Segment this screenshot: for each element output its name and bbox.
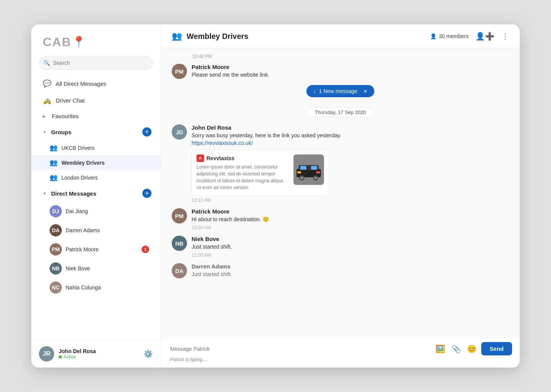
- message-row-2: JD John Del Rosa Sorry was busy yesterda…: [172, 122, 509, 205]
- avatar-msg-2: JD: [172, 124, 187, 140]
- sidebar-item-driver-chat[interactable]: 🚕 Driver Chat: [31, 92, 161, 109]
- dm-item-darren[interactable]: DA Darren Adams: [31, 221, 161, 240]
- image-button[interactable]: 🖼️: [434, 343, 447, 355]
- group-icon: 👥: [50, 144, 58, 152]
- dm-item-nahia[interactable]: NC Nahia Colunga: [31, 278, 161, 297]
- dm-item-patrick[interactable]: PM Patrick Moore 1: [31, 240, 161, 259]
- more-options-button[interactable]: ⋮: [501, 32, 509, 41]
- taxi-thumbnail: [293, 154, 324, 185]
- settings-icon[interactable]: ⚙️: [143, 349, 153, 358]
- footer-username: John Del Rosa: [59, 348, 139, 354]
- preview-description: Lorem ipsum dolor sit amet, consectetur …: [197, 164, 289, 191]
- search-area[interactable]: 🔍: [31, 56, 161, 75]
- dm-section-header[interactable]: ▼ Direct Messages +: [31, 185, 161, 202]
- link-preview: R Revvtaxiss Lorem ipsum dolor sit amet,…: [192, 149, 329, 196]
- msg-text-1: Please send me the website link.: [192, 71, 509, 79]
- send-button[interactable]: Send: [481, 342, 512, 355]
- close-banner-button[interactable]: ✕: [363, 88, 367, 94]
- sidebar-item-all-direct-messages[interactable]: 💬 All Direct Messages: [31, 75, 161, 92]
- msg-text-4: Just started shift.: [192, 243, 509, 251]
- svg-rect-9: [297, 171, 301, 174]
- chat-header: 👥 Wembley Drivers 👤 30 members 👤➕ ⋮: [161, 24, 520, 48]
- groups-section-header[interactable]: ▼ Groups +: [31, 124, 161, 140]
- avatar-dai: DJ: [50, 205, 62, 217]
- msg-sender-5: Darren Adams: [192, 263, 509, 270]
- group-item-ukcb[interactable]: 👥 UKCB Drivers: [31, 140, 161, 155]
- message-row-3: PM Patrick Moore Hi about to reach desti…: [172, 206, 509, 233]
- members-count-label: 30 members: [439, 33, 469, 39]
- status-dot-icon: [59, 355, 62, 358]
- new-msg-arrow-icon: ↓: [313, 88, 316, 94]
- message-input[interactable]: [169, 343, 431, 355]
- group-name-wembley: Wembley Drivers: [61, 160, 105, 166]
- msg-link-2[interactable]: https://revvtaxissuk.co.uk/: [192, 140, 253, 146]
- sidebar-footer: JR John Del Rosa Active ⚙️: [31, 340, 161, 368]
- chevron-down-icon: ▼: [43, 191, 47, 196]
- dm-name-nahia: Nahia Colunga: [66, 284, 101, 291]
- avatar-niek: NB: [50, 262, 62, 275]
- msg-sender-3: Patrick Moore: [192, 208, 509, 215]
- dm-item-dai[interactable]: DJ Dai Jiang: [31, 202, 161, 221]
- msg-time-4: 11:00 AM: [192, 252, 509, 258]
- msg-text-3: Hi about to reach destination. 🙂: [192, 215, 509, 223]
- chevron-right-icon: ▶: [43, 114, 46, 118]
- dm-item-niek[interactable]: NB Niek Bove: [31, 259, 161, 278]
- svg-point-6: [314, 177, 317, 179]
- group-item-wembley[interactable]: 👥 Wembley Drivers: [31, 155, 161, 170]
- person-icon: 👤: [430, 33, 437, 39]
- msg-content-5: Darren Adams Just started shift.: [192, 263, 509, 278]
- chat-input-area: 🖼️ 📎 😊 Send Patrick is typing....: [161, 337, 520, 368]
- avatar-msg-1: PM: [172, 64, 187, 79]
- msg-sender-1: Patrick Moore: [192, 64, 509, 70]
- chevron-down-icon: ▼: [43, 130, 47, 134]
- add-dm-button[interactable]: +: [142, 189, 151, 198]
- svg-point-4: [301, 177, 303, 179]
- header-actions: 👤 30 members 👤➕ ⋮: [430, 32, 509, 41]
- message-row-5: DA Darren Adams Just started shift.: [172, 261, 509, 281]
- message-row-4: NB Niek Bove Just started shift. 11:00 A…: [172, 233, 509, 260]
- chat-channel-name: Wembley Drivers: [187, 32, 425, 41]
- date-divider-label: Thursday, 17 Sep 2020: [307, 107, 374, 117]
- app-container: CAB📍 🔍 💬 All Direct Messages 🚕 Driver Ch…: [31, 24, 520, 368]
- search-input[interactable]: [39, 56, 153, 70]
- driver-chat-label: Driver Chat: [56, 97, 85, 104]
- dm-label: Direct Messages: [51, 190, 96, 197]
- favourites-label: Favourites: [52, 113, 79, 119]
- preview-image: [293, 154, 324, 185]
- group-icon: 👥: [50, 159, 58, 167]
- main-chat: 👥 Wembley Drivers 👤 30 members 👤➕ ⋮ 10:4…: [161, 24, 520, 368]
- group-item-london[interactable]: 👥 London Drivers: [31, 170, 161, 185]
- add-member-button[interactable]: 👤➕: [475, 32, 495, 41]
- msg-sender-4: Niek Bove: [192, 236, 509, 242]
- dm-name-dai: Dai Jiang: [66, 208, 88, 214]
- message-row-1: PM Patrick Moore Please send me the webs…: [172, 61, 509, 81]
- footer-avatar: JR: [39, 346, 54, 361]
- add-group-button[interactable]: +: [142, 127, 151, 137]
- group-name-london: London Drivers: [61, 175, 98, 181]
- sidebar: CAB📍 🔍 💬 All Direct Messages 🚕 Driver Ch…: [31, 24, 161, 368]
- members-count: 👤 30 members: [430, 33, 469, 39]
- group-name-ukcb: UKCB Drivers: [61, 145, 95, 151]
- group-chat-icon: 👥: [172, 31, 182, 41]
- preview-site-name: R Revvtaxiss: [197, 154, 289, 162]
- sidebar-nav: 💬 All Direct Messages 🚕 Driver Chat ▶ Fa…: [31, 75, 161, 340]
- avatar-nahia: NC: [50, 281, 62, 294]
- logo-pin-icon: 📍: [72, 35, 86, 48]
- avatar-msg-4: NB: [172, 236, 187, 251]
- msg-content-4: Niek Bove Just started shift. 11:00 AM: [192, 236, 509, 258]
- sidebar-item-favourites[interactable]: ▶ Favourites: [31, 109, 161, 124]
- groups-label: Groups: [51, 129, 71, 135]
- logo-area: CAB📍: [31, 24, 161, 56]
- emoji-button[interactable]: 😊: [466, 343, 478, 355]
- dm-name-niek: Niek Bove: [66, 265, 90, 272]
- date-divider: Thursday, 17 Sep 2020: [172, 107, 509, 117]
- footer-status: Active: [59, 354, 139, 360]
- attachment-button[interactable]: 📎: [450, 343, 462, 355]
- svg-rect-8: [311, 166, 317, 170]
- search-icon: 🔍: [44, 60, 50, 66]
- new-message-banner[interactable]: ↓ 1 New message ✕: [306, 85, 374, 97]
- chat-input-row: 🖼️ 📎 😊 Send: [169, 342, 512, 355]
- dm-name-darren: Darren Adams: [66, 227, 100, 233]
- msg-content-2: John Del Rosa Sorry was busy yesterday, …: [192, 124, 509, 203]
- typing-indicator: Patrick is typing....: [169, 355, 512, 365]
